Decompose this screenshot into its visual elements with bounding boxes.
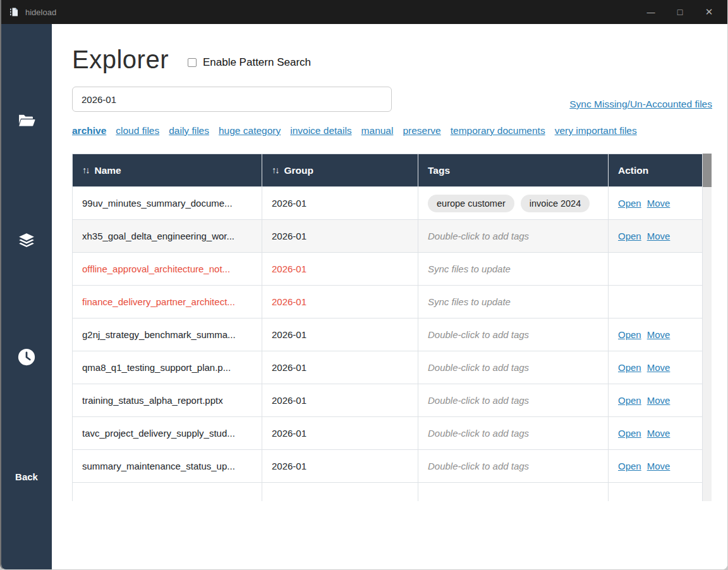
maximize-button[interactable]: □ xyxy=(665,0,695,24)
category-link-very-important-files[interactable]: very important files xyxy=(555,125,637,136)
cell-group: 2026-01 xyxy=(262,384,418,417)
open-link[interactable]: Open xyxy=(618,329,641,340)
column-label: Action xyxy=(618,165,648,176)
cell-tags[interactable]: Double-click to add tags xyxy=(418,318,609,351)
table-row[interactable]: g2nj_strategy_benchmark_summa... 2026-01… xyxy=(73,318,703,351)
cell-action xyxy=(609,286,703,318)
category-link-preserve[interactable]: preserve xyxy=(403,125,440,136)
tags-placeholder[interactable]: Double-click to add tags xyxy=(428,362,529,373)
column-label: Name xyxy=(95,165,121,176)
back-button[interactable]: Back xyxy=(1,471,52,482)
pattern-search-label: Enable Pattern Search xyxy=(203,56,311,69)
cell-tags[interactable]: Sync files to update xyxy=(418,286,609,318)
cell-name: offline_approval_architecture_not... xyxy=(73,253,262,286)
cell-tags[interactable]: Double-click to add tags xyxy=(418,417,609,450)
sync-missing-link[interactable]: Sync Missing/Un-Accounted files xyxy=(569,99,712,110)
cell-group: 2026-01 xyxy=(262,450,418,483)
scrollbar-thumb[interactable] xyxy=(703,154,712,187)
column-header-name[interactable]: ↑↓Name xyxy=(73,154,262,187)
tags-placeholder[interactable]: Double-click to add tags xyxy=(428,329,529,340)
move-link[interactable]: Move xyxy=(647,395,670,406)
table-row[interactable]: training_status_alpha_report.pptx 2026-0… xyxy=(73,384,703,417)
tags-placeholder[interactable]: Double-click to add tags xyxy=(428,231,529,241)
cell-action xyxy=(609,253,703,286)
folder-open-icon xyxy=(17,111,36,133)
cell-action: OpenMove xyxy=(609,450,703,483)
cell-name: 99uv_minutes_summary_docume... xyxy=(73,187,262,220)
search-input[interactable] xyxy=(72,87,392,112)
cell-name: training_status_alpha_report.pptx xyxy=(73,384,262,417)
move-link[interactable]: Move xyxy=(647,362,670,373)
clock-icon xyxy=(17,348,36,369)
move-link[interactable]: Move xyxy=(647,329,670,340)
column-header-group[interactable]: ↑↓Group xyxy=(262,154,418,187)
cell-action: OpenMove xyxy=(609,318,703,351)
category-link-archive[interactable]: archive xyxy=(72,125,106,136)
open-link[interactable]: Open xyxy=(618,198,641,209)
cell-action: OpenMove xyxy=(609,417,703,450)
tags-placeholder[interactable]: Double-click to add tags xyxy=(428,428,529,439)
category-link-huge-category[interactable]: huge category xyxy=(219,125,281,136)
cell-action: OpenMove xyxy=(609,187,703,220)
table-row[interactable]: finance_delivery_partner_architect... 20… xyxy=(73,286,703,318)
open-link[interactable]: Open xyxy=(618,395,641,406)
open-link[interactable]: Open xyxy=(618,231,641,241)
app-icon xyxy=(9,7,20,17)
cell-name: g2nj_strategy_benchmark_summa... xyxy=(73,318,262,351)
open-link[interactable]: Open xyxy=(618,461,641,471)
cell-group: 2026-01 xyxy=(262,286,418,318)
category-link-invoice-details[interactable]: invoice details xyxy=(290,125,351,136)
column-header-action: Action xyxy=(609,154,703,187)
move-link[interactable]: Move xyxy=(647,428,670,439)
app-title: hideload xyxy=(25,8,636,17)
table-row[interactable]: xh35_goal_delta_engineering_wor... 2026-… xyxy=(73,220,703,253)
table-scrollbar[interactable] xyxy=(703,154,712,501)
column-label: Group xyxy=(284,165,314,176)
cell-action: OpenMove xyxy=(609,384,703,417)
table-row[interactable]: qma8_q1_testing_support_plan.p... 2026-0… xyxy=(73,351,703,384)
sidebar-item-history[interactable] xyxy=(1,348,52,369)
move-link[interactable]: Move xyxy=(647,461,670,471)
tags-placeholder[interactable]: Sync files to update xyxy=(428,296,511,307)
table-row[interactable]: summary_maintenance_status_up... 2026-01… xyxy=(73,450,703,483)
cell-tags[interactable]: Double-click to add tags xyxy=(418,351,609,384)
pattern-search-toggle[interactable]: Enable Pattern Search xyxy=(188,56,311,69)
column-header-tags: Tags xyxy=(418,154,609,187)
cell-tags[interactable]: Double-click to add tags xyxy=(418,450,609,483)
file-table-container: ↑↓Name ↑↓Group Tags Action xyxy=(72,154,712,501)
tags-placeholder[interactable]: Double-click to add tags xyxy=(428,461,529,471)
cell-tags[interactable]: Double-click to add tags xyxy=(418,220,609,253)
cell-tags[interactable]: europe customerinvoice 2024 xyxy=(418,187,609,220)
category-link-daily-files[interactable]: daily files xyxy=(169,125,209,136)
pattern-search-checkbox[interactable] xyxy=(188,58,197,67)
cell-group: 2026-01 xyxy=(262,318,418,351)
tag-pill: europe customer xyxy=(428,195,514,212)
cell-tags[interactable]: Double-click to add tags xyxy=(418,384,609,417)
table-row[interactable]: 99uv_minutes_summary_docume... 2026-01 e… xyxy=(73,187,703,220)
cell-name: finance_delivery_partner_architect... xyxy=(73,286,262,318)
cell-tags[interactable]: Sync files to update xyxy=(418,253,609,286)
category-link-cloud-files[interactable]: cloud files xyxy=(116,125,159,136)
table-row-partial xyxy=(73,483,703,502)
sidebar-item-groups[interactable] xyxy=(1,231,52,253)
cell-name: xh35_goal_delta_engineering_wor... xyxy=(73,220,262,253)
sidebar-item-files[interactable] xyxy=(1,111,52,133)
cell-group: 2026-01 xyxy=(262,187,418,220)
open-link[interactable]: Open xyxy=(618,362,641,373)
sidebar: Back xyxy=(1,24,52,570)
tags-placeholder[interactable]: Double-click to add tags xyxy=(428,395,529,406)
file-table: ↑↓Name ↑↓Group Tags Action xyxy=(72,154,703,501)
category-link-temporary-documents[interactable]: temporary documents xyxy=(451,125,545,136)
tags-placeholder[interactable]: Sync files to update xyxy=(428,264,511,274)
close-button[interactable]: ✕ xyxy=(695,0,724,24)
titlebar: hideload — □ ✕ xyxy=(1,0,727,24)
category-links: archivecloud filesdaily fileshuge catego… xyxy=(72,125,712,136)
open-link[interactable]: Open xyxy=(618,428,641,439)
sort-icon: ↑↓ xyxy=(82,165,89,175)
minimize-button[interactable]: — xyxy=(636,0,665,24)
category-link-manual[interactable]: manual xyxy=(361,125,394,136)
move-link[interactable]: Move xyxy=(647,198,670,209)
table-row[interactable]: tavc_project_delivery_supply_stud... 202… xyxy=(73,417,703,450)
table-row[interactable]: offline_approval_architecture_not... 202… xyxy=(73,253,703,286)
move-link[interactable]: Move xyxy=(647,231,670,241)
